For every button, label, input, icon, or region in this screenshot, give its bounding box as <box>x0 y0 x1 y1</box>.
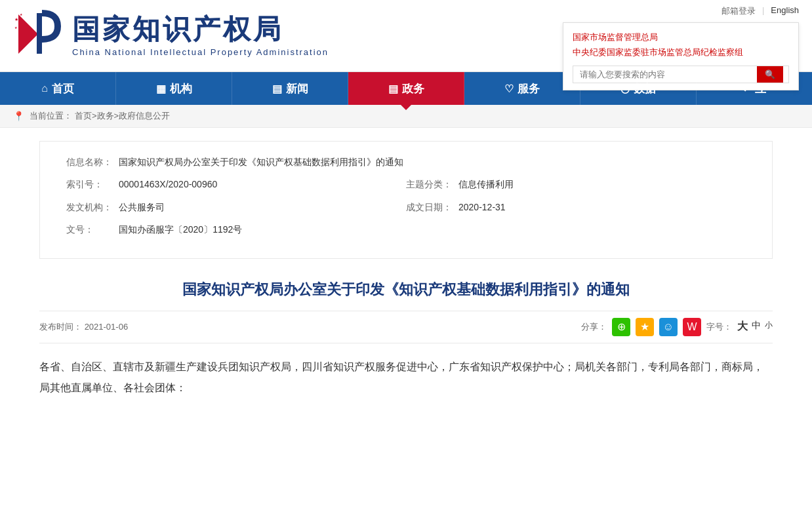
issuer-value: 公共服务司 <box>119 200 165 214</box>
publish-time-label: 发布时间： <box>39 322 82 332</box>
service-icon: ♡ <box>504 83 514 95</box>
data-icon: ◷ <box>620 83 630 95</box>
institution-icon: ▦ <box>156 83 166 95</box>
dropdown-link-1[interactable]: 国家市场监督管理总局 <box>573 29 789 45</box>
info-row-issuer-date: 发文机构： 公共服务司 成文日期： 2020-12-31 <box>66 200 746 214</box>
info-name-label: 信息名称： <box>66 155 119 169</box>
info-half-date: 成文日期： 2020-12-31 <box>406 200 746 214</box>
wechat-share-icon[interactable]: ⊕ <box>612 318 630 336</box>
svg-text:★: ★ <box>20 12 23 16</box>
home-icon: ⌂ <box>41 83 48 94</box>
publish-time: 发布时间： 2021-01-06 <box>39 321 128 333</box>
font-size-medium-btn[interactable]: 中 <box>752 320 761 334</box>
info-row-name: 信息名称： 国家知识产权局办公室关于印发《知识产权基础数据利用指引》的通知 <box>66 155 746 169</box>
font-size-label: 字号： <box>706 321 732 333</box>
share-label: 分享： <box>581 321 607 333</box>
font-size-buttons: 大 中 小 <box>737 320 773 334</box>
info-half-index: 索引号： 00001463X/2020-00960 <box>66 177 406 191</box>
logo-cn: 国家知识产权局 <box>72 14 329 45</box>
share-area: 分享： ⊕ ★ ☺ W 字号： 大 中 小 <box>581 318 773 336</box>
nav-label-news: 新闻 <box>286 81 308 96</box>
topic-label: 主题分类： <box>406 177 458 191</box>
font-size-small-btn[interactable]: 小 <box>765 320 773 334</box>
article-title: 国家知识产权局办公室关于印发《知识产权基础数据利用指引》的通知 <box>39 279 773 300</box>
info-row-docnum: 文号： 国知办函服字〔2020〕1192号 <box>66 222 746 237</box>
info-row-index-topic: 索引号： 00001463X/2020-00960 主题分类： 信息传播利用 <box>66 177 746 191</box>
nav-label-service: 服务 <box>518 81 540 96</box>
doc-number-value: 国知办函服字〔2020〕1192号 <box>119 222 242 237</box>
nav-item-data[interactable]: ◷ 数据 <box>580 72 697 105</box>
breadcrumb-path[interactable]: 首页>政务>政府信息公开 <box>75 110 170 122</box>
star-share-icon[interactable]: ★ <box>636 318 654 336</box>
meta-row: 发布时间： 2021-01-06 分享： ⊕ ★ ☺ W 字号： 大 中 小 <box>39 311 773 343</box>
breadcrumb-prefix: 当前位置： <box>30 110 72 122</box>
nav-label-home: 首页 <box>52 81 74 96</box>
svg-text:★: ★ <box>14 17 18 22</box>
svg-rect-1 <box>37 13 42 54</box>
index-label: 索引号： <box>66 177 119 191</box>
english-link[interactable]: English <box>771 5 799 17</box>
topic-value: 信息传播利用 <box>458 177 514 191</box>
svg-text:★: ★ <box>14 26 18 29</box>
info-half-topic: 主题分类： 信息传播利用 <box>406 177 746 191</box>
dropdown-link-2[interactable]: 中央纪委国家监委驻市场监管总局纪检监察组 <box>573 45 789 60</box>
mailbox-login-link[interactable]: 邮箱登录 <box>721 5 756 17</box>
info-half-issuer: 发文机构： 公共服务司 <box>66 200 406 214</box>
nav-label-data: 数据 <box>634 81 656 96</box>
nav-bar: ⌂ 首页 ▦ 机构 ▤ 新闻 ▤ 政务 ♡ 服务 ◷ 数据 ↩ 互 <box>0 72 812 105</box>
politics-icon: ▤ <box>388 83 398 95</box>
nav-item-more[interactable]: ↩ 互 <box>697 72 812 105</box>
divider: | <box>762 5 764 17</box>
nav-item-institution[interactable]: ▦ 机构 <box>116 72 232 105</box>
issuer-label: 发文机构： <box>66 200 119 214</box>
doc-number-label: 文号： <box>66 222 119 237</box>
date-value: 2020-12-31 <box>458 200 506 214</box>
logo-area: ★ ★ ★ 国家知识产权局 China National Intellectua… <box>0 0 537 71</box>
nav-item-service[interactable]: ♡ 服务 <box>464 72 580 105</box>
publish-time-value: 2021-01-06 <box>85 322 129 332</box>
info-name-value: 国家知识产权局办公室关于印发《知识产权基础数据利用指引》的通知 <box>119 155 403 169</box>
article-paragraph-1: 各省、自治区、直辖市及新疆生产建设兵团知识产权局，四川省知识产权服务促进中心，广… <box>39 357 773 398</box>
logo-icon: ★ ★ ★ <box>13 8 66 64</box>
nav-item-news[interactable]: ▤ 新闻 <box>232 72 348 105</box>
header-top-links: 邮箱登录 | English <box>721 5 799 17</box>
qq-share-icon[interactable]: ☺ <box>659 318 678 336</box>
nav-label-more: 互 <box>755 81 766 96</box>
nav-label-institution: 机构 <box>170 81 192 96</box>
location-icon: 📍 <box>13 111 24 121</box>
nav-item-home[interactable]: ⌂ 首页 <box>0 72 116 105</box>
date-label: 成文日期： <box>406 200 458 214</box>
header: ★ ★ ★ 国家知识产权局 China National Intellectua… <box>0 0 812 72</box>
info-card: 信息名称： 国家知识产权局办公室关于印发《知识产权基础数据利用指引》的通知 索引… <box>39 141 773 259</box>
index-value: 00001463X/2020-00960 <box>119 177 217 191</box>
weibo-share-icon[interactable]: W <box>683 318 701 336</box>
news-icon: ▤ <box>272 83 282 95</box>
main-content: 信息名称： 国家知识产权局办公室关于印发《知识产权基础数据利用指引》的通知 索引… <box>0 128 812 412</box>
nav-label-politics: 政务 <box>402 81 424 96</box>
article-body: 各省、自治区、直辖市及新疆生产建设兵团知识产权局，四川省知识产权服务促进中心，广… <box>39 357 773 398</box>
font-size-large-btn[interactable]: 大 <box>737 320 748 334</box>
logo-en: China National Intellectual Property Adm… <box>72 47 329 57</box>
logo-text: 国家知识产权局 China National Intellectual Prop… <box>72 14 329 57</box>
svg-marker-0 <box>18 14 38 54</box>
nav-item-politics[interactable]: ▤ 政务 <box>348 72 464 105</box>
more-icon: ↩ <box>742 83 751 95</box>
dropdown-links: 国家市场监督管理总局 中央纪委国家监委驻市场监管总局纪检监察组 <box>573 29 789 60</box>
header-right: 邮箱登录 | English 国家市场监督管理总局 中央纪委国家监委驻市场监管总… <box>537 0 812 71</box>
